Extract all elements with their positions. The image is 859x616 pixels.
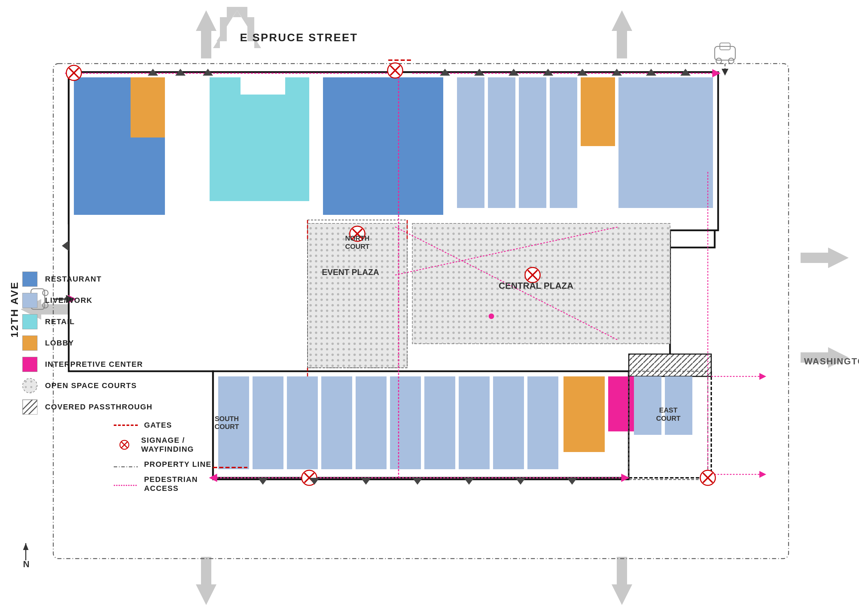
legend-item-retail: RETAIL — [22, 314, 228, 329]
svg-point-76 — [700, 470, 715, 485]
legend-item-restaurant: RESTAURANT — [22, 272, 228, 287]
lobby-label: LOBBY — [45, 339, 74, 347]
north-court-label: NORTH — [345, 235, 369, 242]
svg-rect-33 — [321, 377, 352, 469]
svg-marker-82 — [440, 69, 450, 76]
openspace-swatch — [22, 378, 37, 393]
svg-rect-26 — [581, 77, 615, 146]
interpretive-label: INTERPRETIVE CENTER — [45, 360, 143, 369]
svg-marker-87 — [612, 69, 622, 76]
svg-rect-16 — [629, 371, 711, 478]
retail-swatch — [22, 314, 37, 329]
svg-point-122 — [36, 391, 37, 393]
svg-line-62 — [390, 66, 400, 75]
legend-right-col: GATES SIGNAGE / WAYFINDING — [22, 421, 228, 499]
svg-rect-98 — [715, 46, 735, 60]
legend-item-openspace: OPEN SPACE COURTS — [22, 378, 228, 393]
svg-point-100 — [716, 58, 722, 64]
svg-rect-32 — [287, 377, 318, 469]
svg-marker-79 — [148, 69, 158, 76]
svg-marker-7 — [612, 10, 632, 58]
svg-marker-9 — [612, 557, 632, 605]
svg-rect-15 — [213, 371, 629, 478]
svg-rect-42 — [634, 377, 661, 435]
svg-rect-23 — [488, 77, 515, 208]
signage-label: SIGNAGE / WAYFINDING — [141, 436, 228, 454]
svg-line-51 — [395, 227, 618, 275]
east-court-label2: COURT — [656, 414, 680, 422]
signage-icon-legend — [114, 440, 135, 450]
svg-marker-11 — [801, 347, 849, 368]
map-container: N E SPRUCE STREET 12TH AVE WASHINGTON HA… — [0, 0, 859, 616]
livework-label: LIVE/WORK — [45, 296, 92, 305]
legend-line-items: GATES SIGNAGE / WAYFINDING — [114, 421, 228, 499]
central-plaza-label: CENTRAL PLAZA — [498, 280, 573, 291]
lobby-swatch — [22, 336, 37, 351]
svg-marker-4 — [217, 7, 258, 41]
svg-marker-93 — [412, 478, 423, 485]
property-line-legend — [114, 464, 138, 465]
svg-point-109 — [489, 314, 494, 319]
svg-marker-89 — [680, 69, 690, 76]
openspace-label: OPEN SPACE COURTS — [45, 381, 137, 390]
restaurant-label: RESTAURANT — [45, 275, 102, 284]
svg-rect-46 — [629, 371, 708, 480]
svg-text:N: N — [23, 559, 30, 569]
svg-rect-38 — [493, 377, 524, 469]
legend-gates: GATES — [114, 421, 228, 430]
svg-marker-111 — [23, 543, 28, 550]
svg-rect-25 — [550, 77, 577, 208]
svg-marker-91 — [309, 478, 320, 485]
svg-rect-19 — [209, 77, 309, 201]
svg-point-114 — [25, 380, 27, 383]
svg-rect-36 — [424, 377, 455, 469]
svg-point-70 — [525, 267, 540, 283]
svg-rect-34 — [356, 377, 387, 469]
svg-point-101 — [728, 58, 734, 64]
north-court-label2: COURT — [345, 243, 369, 250]
livework-swatch — [22, 293, 37, 308]
pedestrian-label: PEDESTRIAN ACCESS — [144, 475, 228, 493]
restaurant-swatch — [22, 272, 37, 287]
svg-line-50 — [395, 227, 618, 340]
svg-marker-86 — [577, 69, 587, 76]
svg-rect-31 — [253, 377, 283, 469]
spruce-street-label: E SPRUCE STREET — [240, 31, 358, 44]
covered-swatch — [22, 399, 37, 414]
svg-line-69 — [353, 229, 362, 239]
svg-rect-35 — [390, 377, 421, 469]
svg-rect-27 — [618, 77, 713, 208]
east-court-label: EAST — [659, 406, 677, 414]
legend-property: PROPERTY LINE — [114, 460, 228, 469]
washington-hall-label: WASHINGTON HALL — [804, 356, 859, 366]
svg-line-75 — [305, 473, 314, 483]
svg-marker-88 — [646, 69, 656, 76]
svg-point-61 — [387, 63, 403, 78]
svg-rect-21 — [323, 77, 443, 215]
svg-line-77 — [703, 473, 713, 483]
svg-rect-14 — [69, 72, 715, 224]
legend-item-interpretive: INTERPRETIVE CENTER — [22, 357, 228, 372]
svg-rect-43 — [665, 377, 692, 435]
svg-rect-45 — [213, 371, 629, 480]
svg-marker-94 — [464, 478, 474, 485]
svg-rect-29 — [629, 354, 711, 377]
svg-marker-8 — [196, 557, 217, 605]
svg-point-67 — [350, 226, 365, 241]
legend: RESTAURANT LIVE/WORK RETAIL LOBBY INTERP… — [22, 272, 228, 499]
svg-rect-41 — [608, 377, 660, 432]
legend-pedestrian: PEDESTRIAN ACCESS — [114, 475, 228, 493]
svg-marker-90 — [258, 478, 268, 485]
svg-point-115 — [30, 380, 32, 383]
interpretive-swatch — [22, 357, 37, 372]
svg-line-72 — [528, 270, 537, 280]
property-label: PROPERTY LINE — [144, 460, 211, 469]
svg-marker-81 — [203, 69, 213, 76]
covered-label: COVERED PASSTHROUGH — [45, 403, 153, 411]
svg-rect-44 — [308, 220, 407, 368]
legend-item-covered: COVERED PASSTHROUGH — [22, 399, 228, 414]
svg-rect-20 — [241, 77, 285, 95]
svg-marker-95 — [515, 478, 526, 485]
svg-rect-40 — [564, 377, 605, 452]
svg-rect-28 — [308, 224, 407, 368]
